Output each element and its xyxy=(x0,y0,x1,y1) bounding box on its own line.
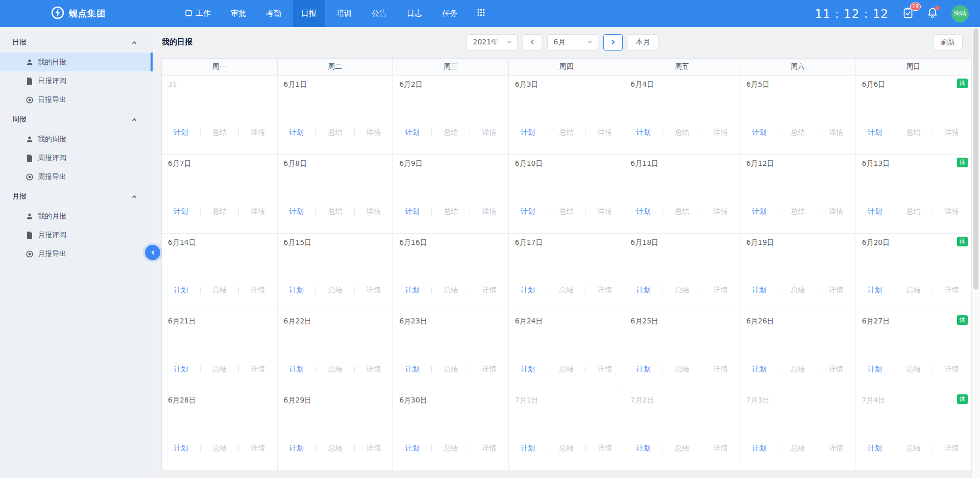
detail-link[interactable]: 详情 xyxy=(586,444,624,453)
detail-link[interactable]: 详情 xyxy=(239,444,277,453)
nav-item-公告[interactable]: 公告 xyxy=(363,0,395,27)
plan-link[interactable]: 计划 xyxy=(855,444,894,453)
detail-link[interactable]: 详情 xyxy=(355,365,393,374)
plan-link[interactable]: 计划 xyxy=(393,444,431,453)
next-month-button[interactable] xyxy=(603,34,623,51)
plan-link[interactable]: 计划 xyxy=(278,444,316,453)
summary-link[interactable]: 总结 xyxy=(201,286,239,295)
sidebar-group-header-日报[interactable]: 日报 xyxy=(0,32,153,53)
todo-button[interactable]: 19 xyxy=(902,7,914,20)
scrollbar-thumb[interactable] xyxy=(973,28,978,290)
month-select[interactable]: 6月 xyxy=(547,34,598,51)
sidebar-group-header-周报[interactable]: 周报 xyxy=(0,109,153,130)
detail-link[interactable]: 详情 xyxy=(817,207,855,216)
detail-link[interactable]: 详情 xyxy=(933,444,971,453)
nav-item-培训[interactable]: 培训 xyxy=(328,0,360,27)
detail-link[interactable]: 详情 xyxy=(470,444,508,453)
detail-link[interactable]: 详情 xyxy=(701,128,740,137)
detail-link[interactable]: 详情 xyxy=(239,286,277,295)
summary-link[interactable]: 总结 xyxy=(201,128,239,137)
summary-link[interactable]: 总结 xyxy=(316,365,354,374)
plan-link[interactable]: 计划 xyxy=(740,128,778,137)
detail-link[interactable]: 详情 xyxy=(817,286,855,295)
summary-link[interactable]: 总结 xyxy=(201,444,239,453)
plan-link[interactable]: 计划 xyxy=(740,207,778,216)
current-month-button[interactable]: 本月 xyxy=(628,34,658,51)
nav-item-日志[interactable]: 日志 xyxy=(399,0,430,27)
sidebar-item-我的日报[interactable]: 我的日报 xyxy=(0,53,153,71)
summary-link[interactable]: 总结 xyxy=(316,128,354,137)
plan-link[interactable]: 计划 xyxy=(162,286,200,295)
sidebar-item-月报导出[interactable]: 月报导出 xyxy=(0,244,153,263)
notifications-button[interactable] xyxy=(927,7,938,20)
plan-link[interactable]: 计划 xyxy=(624,128,663,137)
sidebar-item-我的周报[interactable]: 我的周报 xyxy=(0,130,153,148)
summary-link[interactable]: 总结 xyxy=(432,207,470,216)
summary-link[interactable]: 总结 xyxy=(316,207,354,216)
plan-link[interactable]: 计划 xyxy=(162,365,200,374)
plan-link[interactable]: 计划 xyxy=(278,128,316,137)
plan-link[interactable]: 计划 xyxy=(855,128,894,137)
plan-link[interactable]: 计划 xyxy=(855,207,894,216)
nav-item-考勤[interactable]: 考勤 xyxy=(258,0,289,27)
plan-link[interactable]: 计划 xyxy=(624,286,663,295)
plan-link[interactable]: 计划 xyxy=(740,444,778,453)
plan-link[interactable]: 计划 xyxy=(624,365,663,374)
sidebar-group-header-月报[interactable]: 月报 xyxy=(0,186,153,207)
summary-link[interactable]: 总结 xyxy=(894,286,933,295)
year-select[interactable]: 2021年 xyxy=(467,34,518,51)
apps-menu-button[interactable] xyxy=(469,0,493,27)
summary-link[interactable]: 总结 xyxy=(778,365,817,374)
sidebar-item-周报评阅[interactable]: 周报评阅 xyxy=(0,148,153,167)
sidebar-item-日报导出[interactable]: 日报导出 xyxy=(0,90,153,109)
detail-link[interactable]: 详情 xyxy=(701,365,740,374)
summary-link[interactable]: 总结 xyxy=(894,207,933,216)
detail-link[interactable]: 详情 xyxy=(701,207,740,216)
plan-link[interactable]: 计划 xyxy=(393,128,431,137)
detail-link[interactable]: 详情 xyxy=(586,365,624,374)
detail-link[interactable]: 详情 xyxy=(701,286,740,295)
refresh-button[interactable]: 刷新 xyxy=(933,34,963,51)
summary-link[interactable]: 总结 xyxy=(316,286,354,295)
detail-link[interactable]: 详情 xyxy=(470,286,508,295)
summary-link[interactable]: 总结 xyxy=(894,365,933,374)
detail-link[interactable]: 详情 xyxy=(933,207,971,216)
summary-link[interactable]: 总结 xyxy=(316,444,354,453)
summary-link[interactable]: 总结 xyxy=(894,444,933,453)
detail-link[interactable]: 详情 xyxy=(586,128,624,137)
summary-link[interactable]: 总结 xyxy=(663,444,701,453)
detail-link[interactable]: 详情 xyxy=(239,207,277,216)
sidebar-item-我的月报[interactable]: 我的月报 xyxy=(0,207,153,225)
detail-link[interactable]: 详情 xyxy=(933,286,971,295)
sidebar-item-日报评阅[interactable]: 日报评阅 xyxy=(0,71,153,90)
plan-link[interactable]: 计划 xyxy=(509,286,547,295)
plan-link[interactable]: 计划 xyxy=(855,365,894,374)
detail-link[interactable]: 详情 xyxy=(701,444,740,453)
detail-link[interactable]: 详情 xyxy=(586,286,624,295)
detail-link[interactable]: 详情 xyxy=(355,207,393,216)
summary-link[interactable]: 总结 xyxy=(663,207,701,216)
summary-link[interactable]: 总结 xyxy=(663,365,701,374)
plan-link[interactable]: 计划 xyxy=(393,365,431,374)
plan-link[interactable]: 计划 xyxy=(509,128,547,137)
nav-item-日报[interactable]: 日报 xyxy=(293,0,325,27)
plan-link[interactable]: 计划 xyxy=(624,207,663,216)
summary-link[interactable]: 总结 xyxy=(894,128,933,137)
plan-link[interactable]: 计划 xyxy=(509,444,547,453)
detail-link[interactable]: 详情 xyxy=(239,128,277,137)
summary-link[interactable]: 总结 xyxy=(432,365,470,374)
summary-link[interactable]: 总结 xyxy=(547,128,585,137)
detail-link[interactable]: 详情 xyxy=(817,365,855,374)
detail-link[interactable]: 详情 xyxy=(470,128,508,137)
detail-link[interactable]: 详情 xyxy=(355,286,393,295)
detail-link[interactable]: 详情 xyxy=(817,444,855,453)
summary-link[interactable]: 总结 xyxy=(432,444,470,453)
plan-link[interactable]: 计划 xyxy=(855,286,894,295)
summary-link[interactable]: 总结 xyxy=(432,128,470,137)
sidebar-item-周报导出[interactable]: 周报导出 xyxy=(0,167,153,186)
plan-link[interactable]: 计划 xyxy=(162,444,200,453)
summary-link[interactable]: 总结 xyxy=(778,207,817,216)
nav-item-审批[interactable]: 审批 xyxy=(223,0,254,27)
plan-link[interactable]: 计划 xyxy=(278,286,316,295)
plan-link[interactable]: 计划 xyxy=(278,365,316,374)
